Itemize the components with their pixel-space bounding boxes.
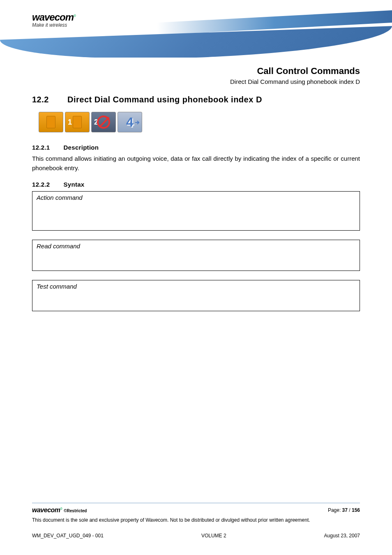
syntax-heading: 12.2.2 Syntax bbox=[32, 181, 360, 188]
section-subtitle: Direct Dial Command using phonebook inde… bbox=[32, 78, 360, 85]
footer-top-row: wavecom© ©Restricted Page: 37 / 156 bbox=[32, 506, 360, 514]
logo-text: wavecom© bbox=[32, 12, 392, 23]
sim-shape-icon bbox=[46, 116, 55, 128]
footer-notice: This document is the sole and exclusive … bbox=[32, 517, 360, 523]
test-command-box: Test command bbox=[32, 280, 360, 311]
disabled-2-icon: 2 bbox=[91, 112, 116, 132]
number-4: 4 bbox=[126, 115, 134, 130]
restricted-label: ©Restricted bbox=[64, 509, 87, 513]
section-title: Direct Dial Command using phonebook inde… bbox=[67, 95, 262, 104]
num-4-icon: 4 bbox=[118, 112, 142, 132]
logo-area: wavecom© Make it wireless bbox=[0, 0, 392, 28]
description-text: This command allows initiating an outgoi… bbox=[32, 154, 360, 173]
read-command-box: Read command bbox=[32, 240, 360, 271]
logo-sup-icon: © bbox=[74, 14, 76, 18]
doc-id: WM_DEV_OAT_UGD_049 - 001 bbox=[32, 533, 104, 539]
chapter-title: Call Control Commands bbox=[32, 66, 360, 76]
footer-logo-text: wavecom bbox=[32, 506, 60, 513]
description-title: Description bbox=[63, 144, 99, 151]
page-label: Page: bbox=[328, 507, 342, 513]
arrow-right-icon bbox=[134, 116, 140, 128]
logo: wavecom bbox=[32, 12, 74, 23]
footer-divider bbox=[32, 503, 360, 503]
page-sep: / bbox=[348, 507, 352, 513]
header-banner: wavecom© Make it wireless bbox=[0, 0, 392, 58]
action-command-box: Action command bbox=[32, 191, 360, 231]
footer: wavecom© ©Restricted Page: 37 / 156 This… bbox=[32, 503, 360, 539]
footer-bottom-row: WM_DEV_OAT_UGD_049 - 001 VOLUME 2 August… bbox=[32, 533, 360, 539]
footer-logo: wavecom© bbox=[32, 506, 64, 513]
read-command-label: Read command bbox=[37, 243, 80, 250]
page-total: 156 bbox=[352, 507, 360, 513]
logo-sup-icon: © bbox=[60, 507, 62, 510]
page-info: Page: 37 / 156 bbox=[328, 507, 360, 513]
sim-icon bbox=[39, 112, 63, 132]
no-symbol-icon bbox=[97, 116, 110, 129]
section-number: 12.2 bbox=[32, 95, 65, 104]
tagline: Make it wireless bbox=[32, 22, 392, 28]
sim-shape-icon bbox=[73, 116, 82, 128]
syntax-title: Syntax bbox=[63, 181, 84, 188]
action-command-label: Action command bbox=[37, 194, 83, 201]
sim-1-icon: 1 bbox=[65, 112, 90, 132]
section-heading: 12.2 Direct Dial Command using phonebook… bbox=[32, 95, 360, 104]
content-area: Call Control Commands Direct Dial Comman… bbox=[0, 58, 392, 311]
volume: VOLUME 2 bbox=[201, 533, 226, 539]
date: August 23, 2007 bbox=[324, 533, 360, 539]
icons-row: 1 2 4 bbox=[39, 112, 360, 132]
badge-1: 1 bbox=[68, 118, 72, 127]
description-heading: 12.2.1 Description bbox=[32, 144, 360, 151]
footer-logo-area: wavecom© ©Restricted bbox=[32, 506, 87, 514]
description-number: 12.2.1 bbox=[32, 144, 62, 151]
page-current: 37 bbox=[342, 507, 348, 513]
test-command-label: Test command bbox=[37, 283, 77, 290]
syntax-number: 12.2.2 bbox=[32, 181, 62, 188]
